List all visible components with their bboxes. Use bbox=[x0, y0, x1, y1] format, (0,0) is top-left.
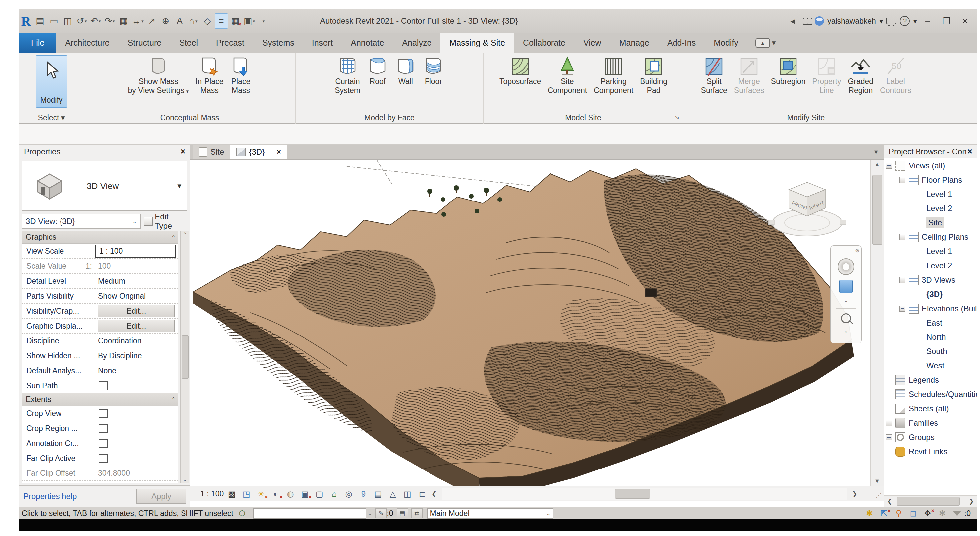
prop-row-visibility-graphics[interactable]: Visibility/Grap...Edit... bbox=[22, 304, 178, 318]
exclude-options-icon[interactable]: ✱ bbox=[862, 508, 877, 519]
prop-row-parts-visibility[interactable]: Parts VisibilityShow Original bbox=[22, 289, 178, 304]
hscroll-left-icon[interactable]: ❮ bbox=[884, 495, 895, 508]
hscroll-right-icon[interactable]: ❯ bbox=[966, 495, 977, 508]
close-hidden-windows-icon[interactable]: ▦× bbox=[229, 13, 242, 29]
print-icon[interactable]: ▦ bbox=[117, 13, 130, 29]
tree-item-site[interactable]: Site bbox=[884, 215, 977, 230]
tree-item-south[interactable]: South bbox=[884, 344, 977, 358]
roof-by-face-button[interactable]: Roof bbox=[364, 55, 391, 96]
properties-help-link[interactable]: Properties help bbox=[23, 492, 77, 501]
crop-region-icon[interactable]: ▢ bbox=[313, 488, 326, 500]
prop-row-detail-level[interactable]: Detail LevelMedium bbox=[22, 274, 178, 289]
prop-row-show-hidden[interactable]: Show Hidden ...By Discipline bbox=[22, 348, 178, 363]
tree-item-families[interactable]: Families bbox=[884, 416, 977, 430]
drawing-area[interactable]: FRONT RIGHT bbox=[191, 160, 870, 486]
crop-region-checkbox[interactable] bbox=[99, 424, 108, 433]
navbar-chevron-icon[interactable]: ⌄ bbox=[844, 297, 848, 304]
reveal-hidden-elements-icon[interactable]: 9 bbox=[357, 488, 370, 500]
hscroll-left-icon[interactable]: ❮ bbox=[428, 488, 440, 500]
toposurface-3d-model[interactable]: FRONT RIGHT bbox=[191, 160, 870, 486]
tag-by-category-icon[interactable]: ⊕ bbox=[159, 13, 172, 29]
detail-level-icon[interactable]: ▩ bbox=[225, 488, 239, 500]
vscroll-thumb[interactable] bbox=[872, 175, 882, 245]
design-option-combobox[interactable]: Main Model⌄ bbox=[427, 508, 554, 519]
collapse-infocenter-icon[interactable]: ◂ bbox=[786, 13, 799, 29]
building-pad-button[interactable]: BuildingPad bbox=[637, 55, 670, 96]
switch-windows-icon[interactable]: ▣▾ bbox=[243, 13, 256, 29]
type-selector[interactable]: 3D View ▼ bbox=[22, 161, 188, 211]
project-browser-close-icon[interactable]: × bbox=[967, 146, 972, 157]
tab-modify[interactable]: Modify bbox=[705, 33, 747, 52]
app-store-cart-icon[interactable] bbox=[886, 17, 896, 24]
customize-qat-icon[interactable]: ▾ bbox=[257, 13, 270, 29]
rendering-dialog-icon[interactable]: ◍ bbox=[283, 488, 297, 500]
aligned-dimension-icon[interactable]: ↗ bbox=[145, 13, 158, 29]
tab-steel[interactable]: Steel bbox=[170, 33, 207, 52]
browser-hscrollbar[interactable]: ❮ ❯ bbox=[884, 495, 977, 507]
far-clip-checkbox[interactable] bbox=[99, 454, 108, 463]
resize-grip[interactable]: ⋰ bbox=[860, 488, 884, 500]
hscroll-right-icon[interactable]: ❯ bbox=[849, 488, 860, 500]
close-view-tab-icon[interactable]: × bbox=[277, 148, 281, 156]
in-place-mass-button[interactable]: In-PlaceMass bbox=[192, 55, 226, 96]
edit-type-button[interactable]: Edit Type bbox=[144, 212, 188, 231]
tab-file[interactable]: File bbox=[19, 33, 56, 52]
properties-scrollbar[interactable]: ⌃⌄ bbox=[180, 231, 189, 484]
collapse-icon[interactable] bbox=[899, 277, 905, 283]
tab-precast[interactable]: Precast bbox=[207, 33, 253, 52]
parking-component-button[interactable]: ParkingComponent bbox=[591, 55, 636, 96]
hscroll-thumb[interactable] bbox=[615, 489, 650, 499]
view-tab-3d[interactable]: {3D} × bbox=[231, 145, 287, 159]
text-icon[interactable]: A bbox=[173, 13, 186, 29]
thin-lines-icon[interactable]: ≡ bbox=[215, 13, 228, 29]
prop-row-annotation-crop[interactable]: Annotation Cr... bbox=[22, 436, 178, 451]
graded-region-button[interactable]: GradedRegion bbox=[845, 55, 876, 96]
ribbon-display-toggle[interactable]: ▲▾ bbox=[755, 33, 776, 52]
floor-by-face-button[interactable]: Floor bbox=[420, 55, 447, 96]
zoom-icon[interactable] bbox=[841, 313, 851, 323]
tree-item-north[interactable]: North bbox=[884, 330, 977, 344]
measure-icon[interactable]: ↔▾ bbox=[131, 13, 144, 29]
prop-row-crop-view[interactable]: Crop View bbox=[22, 406, 178, 421]
tree-item-ceiling-level2[interactable]: Level 2 bbox=[884, 258, 977, 273]
open-icon[interactable]: ▭ bbox=[47, 13, 60, 29]
drag-on-selection-icon[interactable]: ✥× bbox=[921, 508, 935, 519]
section-icon[interactable]: ◇ bbox=[201, 13, 214, 29]
tab-architecture[interactable]: Architecture bbox=[56, 33, 118, 52]
visual-style-icon[interactable]: ◳ bbox=[240, 488, 253, 500]
save-icon[interactable]: ◫ bbox=[61, 13, 75, 29]
settings-gear-icon[interactable]: ✻ bbox=[935, 508, 950, 519]
prop-row-graphic-display[interactable]: Graphic Displa...Edit... bbox=[22, 318, 178, 334]
panel-label-select[interactable]: Select ▾ bbox=[19, 112, 84, 124]
crop-view-icon[interactable]: ▣× bbox=[298, 488, 312, 500]
modify-button[interactable]: Modify bbox=[35, 55, 67, 108]
tree-item-3d[interactable]: {3D} bbox=[884, 287, 977, 301]
tree-item-legends[interactable]: Legends bbox=[884, 373, 977, 387]
scroll-up-icon[interactable]: ⌃ bbox=[183, 231, 187, 238]
instance-selector[interactable]: 3D View: {3D}⌄ bbox=[22, 214, 141, 229]
tree-item-groups[interactable]: Groups bbox=[884, 430, 977, 444]
navbar-close-icon[interactable]: ⊗ bbox=[855, 248, 859, 254]
tree-item-east[interactable]: East bbox=[884, 315, 977, 330]
rendered-view-icon[interactable]: ⌂ bbox=[328, 488, 341, 500]
tab-collaborate[interactable]: Collaborate bbox=[514, 33, 574, 52]
signed-in-user[interactable]: yalshawabkeh bbox=[827, 17, 876, 25]
section-pin-icon[interactable]: ^ bbox=[172, 234, 175, 240]
redo-icon[interactable]: ↷▾ bbox=[103, 13, 116, 29]
type-selector-chevron-icon[interactable]: ▼ bbox=[176, 182, 183, 190]
select-links-icon[interactable]: ⇱× bbox=[877, 508, 891, 519]
curtain-system-button[interactable]: CurtainSystem bbox=[332, 55, 363, 96]
scale-control[interactable]: 1 : 100 bbox=[200, 490, 224, 498]
section-graphics[interactable]: Graphics^ bbox=[22, 231, 178, 244]
reveal-constraints-icon[interactable]: ⊏ bbox=[415, 488, 428, 500]
prop-row-crop-region[interactable]: Crop Region ... bbox=[22, 421, 178, 436]
undo-icon[interactable]: ↶▾ bbox=[89, 13, 102, 29]
tree-item-3d-views[interactable]: 3D Views bbox=[884, 273, 977, 287]
visibility-edit-button[interactable]: Edit... bbox=[98, 305, 175, 317]
zoom-chevron-icon[interactable]: ⌄ bbox=[844, 328, 848, 334]
editable-only-icon[interactable]: ✎ bbox=[375, 508, 387, 519]
view-tab-list-chevron-icon[interactable]: ▼ bbox=[873, 149, 879, 156]
shadows-icon[interactable]: ◐× bbox=[269, 488, 282, 500]
sync-icon[interactable]: ↺▾ bbox=[75, 13, 88, 29]
workset-display-icon[interactable]: ▤ bbox=[396, 508, 408, 519]
